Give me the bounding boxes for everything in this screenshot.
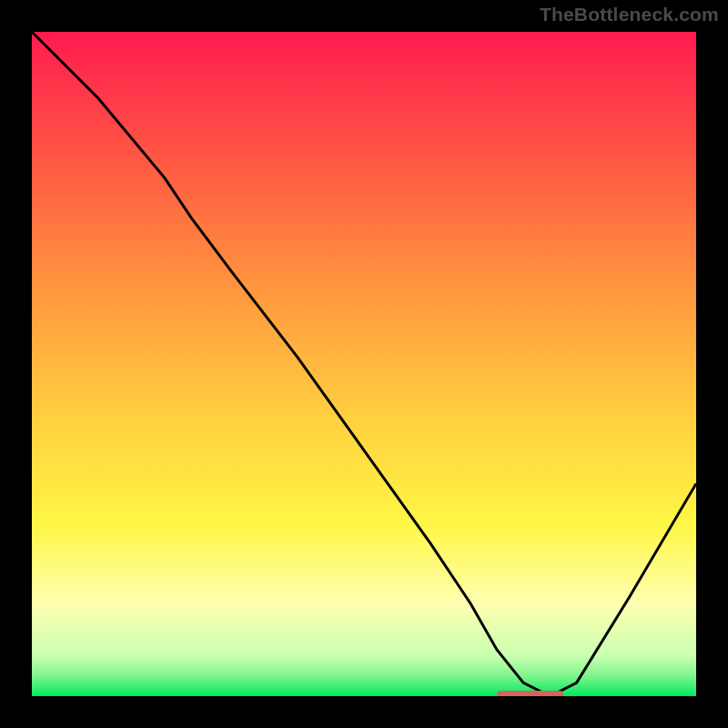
gradient-background [32, 32, 696, 696]
plot-area [32, 32, 696, 696]
chart-frame: TheBottleneck.com [0, 0, 728, 728]
watermark-text: TheBottleneck.com [540, 4, 719, 25]
plot-svg [32, 32, 696, 696]
minimum-marker [497, 691, 563, 696]
